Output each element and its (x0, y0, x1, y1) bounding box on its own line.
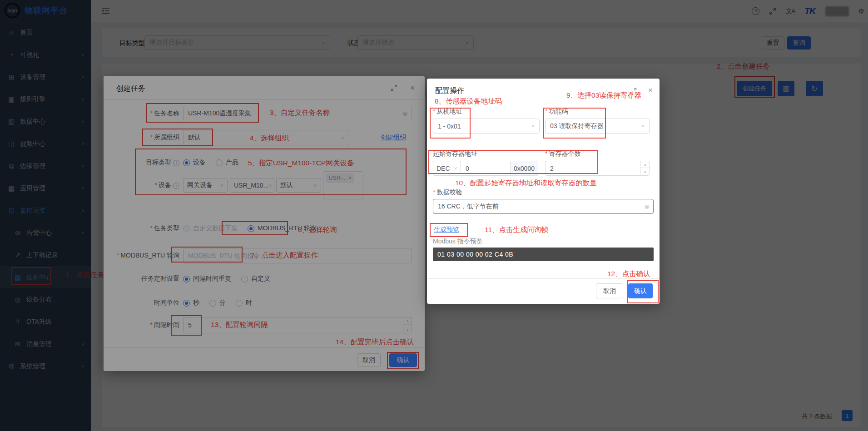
close-icon[interactable]: × (648, 86, 653, 94)
hex-preview: 0x0000 (510, 161, 538, 176)
radix-select[interactable]: DEC ∨ (433, 161, 461, 176)
function-code-value: 03 读取保持寄存器 (550, 122, 641, 130)
register-count-label: *寄存器个数 (545, 150, 580, 158)
radix-value: DEC (436, 165, 454, 172)
slave-address-label: *从机地址 (433, 108, 462, 116)
start-register-input[interactable] (461, 161, 511, 176)
dialog2-footer-divider (427, 278, 660, 279)
function-code-select[interactable]: 03 读取保持寄存器 ∨ (545, 119, 650, 134)
generate-preview-link[interactable]: 生成预览 (434, 226, 459, 234)
required-star: * (433, 108, 435, 115)
slave-address-value: 1 - 0x01 (438, 123, 531, 130)
dialog2-title: 配置操作 (435, 86, 464, 96)
modbus-preview-label: Modbus 指令预览 (433, 238, 483, 246)
start-register-label: 起始寄存器地址 (433, 150, 477, 158)
clear-icon[interactable]: ⊗ (644, 203, 650, 210)
register-count-wrap: ∧ ∨ (545, 161, 650, 176)
slave-address-select[interactable]: 1 - 0x01 ∨ (433, 119, 540, 134)
config-operation-dialog: 配置操作 × *从机地址 *功能码 1 - 0x01 ∨ 03 读取保持寄存器 … (427, 79, 660, 304)
chevron-down-icon: ∨ (641, 124, 645, 129)
stepper-down-icon[interactable]: ∨ (641, 169, 650, 175)
modbus-command-preview: 01 03 00 00 00 02 C4 0B (433, 248, 654, 261)
data-check-wrap: ⊗ (433, 199, 654, 214)
required-star: * (545, 150, 547, 157)
start-register-wrap (461, 161, 511, 176)
confirm-button[interactable]: 确认 (628, 283, 653, 298)
chevron-down-icon: ∨ (531, 124, 535, 129)
data-check-input[interactable] (433, 199, 654, 214)
register-count-input[interactable] (545, 161, 650, 176)
expand-icon[interactable] (630, 88, 637, 96)
number-stepper[interactable]: ∧ ∨ (640, 161, 650, 176)
stepper-up-icon[interactable]: ∧ (641, 162, 650, 168)
function-code-label: *功能码 (545, 108, 568, 116)
data-check-label: *数据校验 (433, 188, 462, 197)
required-star: * (433, 188, 435, 196)
dialog2-footer: 取消 确认 (596, 283, 653, 298)
chevron-down-icon: ∨ (454, 166, 457, 171)
cancel-button[interactable]: 取消 (596, 283, 623, 298)
required-star: * (545, 108, 547, 115)
